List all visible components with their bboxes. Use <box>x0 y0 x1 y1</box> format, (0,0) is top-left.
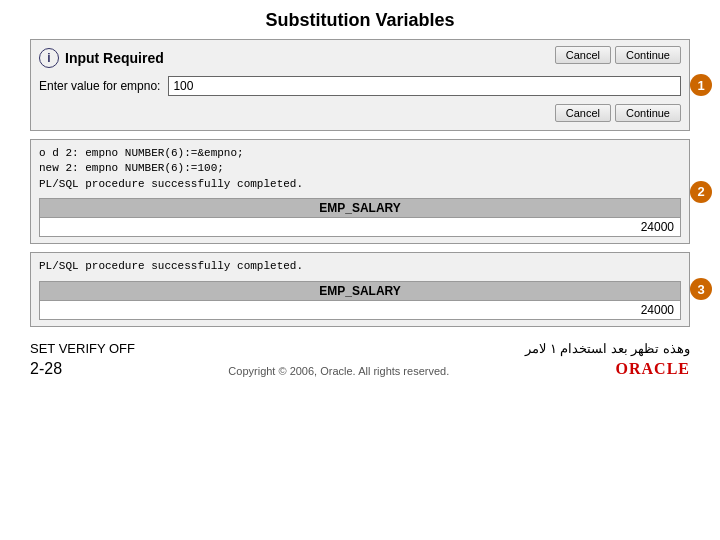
result-table: EMP_SALARY 24000 <box>39 198 681 237</box>
page-number: 2-28 <box>30 360 62 378</box>
badge-3: 3 <box>690 278 712 300</box>
col-value-emp-salary: 24000 <box>40 218 681 237</box>
cancel-button-bottom[interactable]: Cancel <box>555 104 611 122</box>
arabic-text: ﻭﻫﺬﻩ ﺗﻈﻬﺮ ﺑﻌﺪ ﺍﺴﺘﺨﺪﺍﻡ ١ ﻻﻣﺮ <box>525 341 690 356</box>
copyright-text: Copyright © 2006, Oracle. All rights res… <box>228 361 449 377</box>
empno-label: Enter value for empno: <box>39 79 160 93</box>
continue-button-top[interactable]: Continue <box>615 46 681 64</box>
panel-sql-output: o d 2: empno NUMBER(6):=&empno; new 2: e… <box>30 139 690 244</box>
sql-output-block-2: PL/SQL procedure successfully completed. <box>39 259 681 274</box>
badge-2: 2 <box>690 181 712 203</box>
oracle-logo: ORACLE <box>616 360 690 378</box>
cancel-button-top[interactable]: Cancel <box>555 46 611 64</box>
col-header-emp-salary: EMP_SALARY <box>40 199 681 218</box>
footer: SET VERIFY OFF ﻭﻫﺬﻩ ﺗﻈﻬﺮ ﺑﻌﺪ ﺍﺴﺘﺨﺪﺍﻡ ١ ﻻ… <box>0 335 720 356</box>
set-verify-text: SET VERIFY OFF <box>30 341 135 356</box>
page-title: Substitution Variables <box>0 0 720 39</box>
panel-sql-output-2: PL/SQL procedure successfully completed.… <box>30 252 690 326</box>
panel-input-required: i Input Required Cancel Continue Enter v… <box>30 39 690 131</box>
result-table-2: EMP_SALARY 24000 <box>39 281 681 320</box>
sql-line-1b: PL/SQL procedure successfully completed. <box>39 259 681 274</box>
sql-line-2: new 2: empno NUMBER(6):=100; <box>39 161 681 176</box>
col-header-emp-salary-2: EMP_SALARY <box>40 281 681 300</box>
empno-input[interactable] <box>168 76 681 96</box>
sql-line-3: PL/SQL procedure successfully completed. <box>39 177 681 192</box>
info-icon: i <box>39 48 59 68</box>
continue-button-bottom[interactable]: Continue <box>615 104 681 122</box>
badge-1: 1 <box>690 74 712 96</box>
dialog-title: Input Required <box>65 50 164 66</box>
sql-line-1: o d 2: empno NUMBER(6):=&empno; <box>39 146 681 161</box>
sql-output-block: o d 2: empno NUMBER(6):=&empno; new 2: e… <box>39 146 681 192</box>
col-value-emp-salary-2: 24000 <box>40 300 681 319</box>
footer-bottom: 2-28 Copyright © 2006, Oracle. All right… <box>0 356 720 378</box>
